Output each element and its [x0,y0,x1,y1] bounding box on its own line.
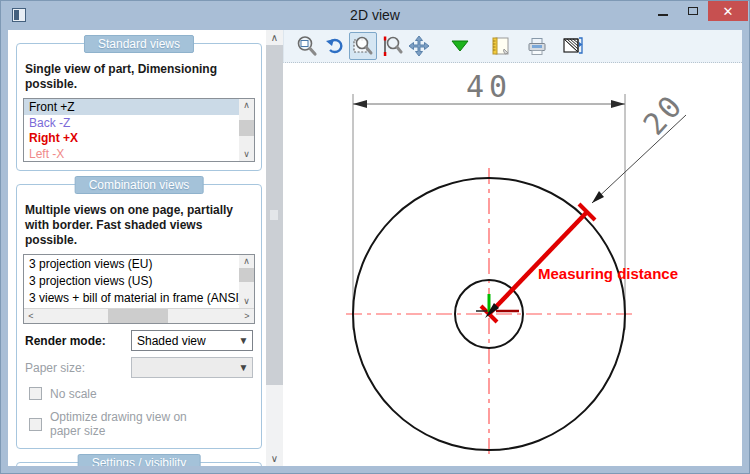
measure-distance-label: Measuring distance [538,265,678,282]
list-item-right-x[interactable]: Right +X [24,130,239,146]
no-scale-checkbox-row[interactable]: No scale [29,387,253,401]
print-button[interactable] [523,32,551,60]
minimize-button[interactable] [648,1,678,21]
print-icon [525,34,549,58]
chevron-down-icon[interactable]: ▼ [235,362,252,373]
zoom-in-out-button[interactable] [377,32,405,60]
no-scale-label: No scale [50,387,97,401]
pan-button[interactable] [405,32,433,60]
no-scale-checkbox[interactable] [29,387,42,400]
measure-button[interactable] [487,32,515,60]
render-mode-select[interactable]: Shaded view ▼ [131,330,253,351]
combination-views-vscrollbar[interactable]: ∧ ∨ [239,255,254,308]
combination-views-hscrollbar[interactable]: < > [24,308,254,323]
window-title: 2D view [1,7,749,23]
optimize-label: Optimize drawing view on paper size [50,410,219,438]
green-arrow-icon [448,34,472,58]
zoom-all-icon [295,34,319,58]
standard-views-header: Standard views [84,35,194,53]
standard-views-description: Single view of part, Dimensioning possib… [25,62,253,92]
scroll-right-icon[interactable]: > [240,309,254,323]
standard-views-scrollbar[interactable]: ∧ ∨ [239,99,254,161]
undo-icon [323,34,347,58]
drawing-canvas[interactable]: 40 20 Measuri [283,30,742,466]
standard-views-list: Front +Z Back -Z Right +X Left -X ∧ ∨ [23,98,255,162]
render-mode-label: Render mode: [25,334,131,348]
combination-views-header: Combination views [75,176,204,194]
list-item-back-z[interactable]: Back -Z [24,115,239,131]
dim-40-label: 40 [466,69,512,104]
render-mode-value: Shaded view [132,334,235,348]
close-button[interactable]: ✕ [708,1,748,21]
combination-views-group: Combination views Multiple views on one … [16,184,262,449]
titlebar: 2D view ✕ [1,1,749,30]
scroll-down-icon[interactable]: ∨ [239,148,254,161]
measure-ruler-icon [489,34,513,58]
drawing-toolbar [283,30,742,63]
zoom-in-out-icon [379,34,403,58]
optimize-checkbox-row[interactable]: Optimize drawing view on paper size [29,410,219,438]
panel-scrollbar[interactable]: ∧ ∨ [266,30,283,466]
settings-visibility-header: Settings / visibility [78,454,201,466]
2d-drawing: 40 20 Measuri [283,30,742,466]
scroll-left-icon[interactable]: < [24,309,38,323]
zoom-window-icon [351,34,375,58]
maximize-button[interactable] [678,1,708,21]
settings-visibility-group: Settings / visibility Thick Thin [16,462,262,466]
apply-button[interactable] [446,32,474,60]
combination-views-list: 3 projection views (EU) 3 projection vie… [23,254,255,324]
scroll-down-icon[interactable]: ∨ [266,451,283,466]
list-item-front-z[interactable]: Front +Z [24,99,239,115]
options-panel: Standard views Single view of part, Dime… [8,30,266,466]
combination-views-description: Multiple views on one page, partially wi… [25,203,253,248]
paper-size-select[interactable]: ▼ [131,357,253,378]
zoom-window-button[interactable] [349,32,377,60]
cross-section-icon [561,34,585,58]
list-item-3-views-eu[interactable]: 3 projection views (EU) [24,255,239,272]
standard-views-group: Standard views Single view of part, Dime… [16,43,262,171]
optimize-checkbox[interactable] [29,418,42,431]
scroll-down-icon[interactable]: ∨ [239,295,254,308]
pan-icon [407,34,431,58]
list-item-3-views-ansi[interactable]: 3 views + bill of material in frame (ANS… [24,289,239,306]
scroll-up-icon[interactable]: ∧ [239,99,254,112]
scroll-up-icon[interactable]: ∧ [239,255,254,268]
dim-20-label: 20 [636,87,690,142]
chevron-down-icon[interactable]: ▼ [235,335,252,346]
zoom-all-button[interactable] [293,32,321,60]
list-item-left-x[interactable]: Left -X [24,146,239,162]
scrollbar-thumb[interactable] [266,45,283,385]
list-item-3-views-us[interactable]: 3 projection views (US) [24,272,239,289]
scroll-up-icon[interactable]: ∧ [266,30,283,45]
2d-view-window: 2D view ✕ Standard views Single view of … [0,0,750,474]
section-button[interactable] [559,32,587,60]
paper-size-label: Paper size: [25,361,131,375]
undo-button[interactable] [321,32,349,60]
